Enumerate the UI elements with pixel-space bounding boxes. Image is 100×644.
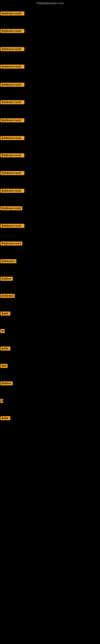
bottleneck-badge-17[interactable]: Bottleneck	[0, 294, 15, 298]
result-row-21[interactable]: Bott	[0, 364, 8, 369]
result-row-11[interactable]: Bottleneck result	[0, 189, 24, 194]
result-row-9[interactable]: Bottleneck result	[0, 153, 24, 158]
site-header: TheBottlenecker.com	[0, 0, 100, 6]
result-row-3[interactable]: Bottleneck result	[0, 47, 24, 52]
bottleneck-badge-13[interactable]: Bottleneck result	[0, 224, 24, 228]
result-row-7[interactable]: Bottleneck result	[0, 118, 24, 123]
result-row-23[interactable]: B	[0, 399, 3, 404]
result-row-2[interactable]: Bottleneck result	[0, 29, 24, 34]
result-row-10[interactable]: Bottleneck result	[0, 171, 24, 176]
bottleneck-badge-2[interactable]: Bottleneck result	[0, 29, 24, 33]
bottleneck-badge-4[interactable]: Bottleneck result	[0, 64, 24, 69]
bottleneck-badge-11[interactable]: Bottleneck result	[0, 189, 24, 193]
result-row-24[interactable]: Bottle	[0, 416, 10, 421]
result-row-4[interactable]: Bottleneck result	[0, 64, 24, 70]
bottleneck-badge-3[interactable]: Bottleneck result	[0, 47, 24, 51]
bottleneck-badge-6[interactable]: Bottleneck result	[0, 100, 24, 104]
bottleneck-badge-18[interactable]: Bottle	[0, 312, 10, 316]
result-row-13[interactable]: Bottleneck result	[0, 224, 24, 228]
result-row-8[interactable]: Bottleneck result	[0, 136, 24, 141]
bottleneck-badge-12[interactable]: Bottleneck result	[0, 206, 22, 210]
result-row-12[interactable]: Bottleneck result	[0, 206, 22, 211]
site-title: TheBottlenecker.com	[0, 0, 100, 6]
bottleneck-badge-15[interactable]: Bottleneck r	[0, 259, 16, 263]
bottleneck-badge-16[interactable]: Bottlene	[0, 277, 13, 281]
bottleneck-badge-23[interactable]: B	[0, 399, 3, 403]
bottleneck-badge-21[interactable]: Bott	[0, 364, 8, 368]
bottleneck-badge-14[interactable]: Bottleneck result	[0, 242, 22, 246]
results-container: Bottleneck resultBottleneck resultBottle…	[0, 6, 100, 644]
result-row-14[interactable]: Bottleneck result	[0, 242, 22, 246]
result-row-18[interactable]: Bottle	[0, 312, 10, 316]
result-row-19[interactable]: Bo	[0, 329, 5, 334]
bottleneck-badge-5[interactable]: Bottleneck result	[0, 83, 24, 87]
result-row-16[interactable]: Bottlene	[0, 277, 13, 282]
bottleneck-badge-24[interactable]: Bottle	[0, 416, 10, 420]
result-row-22[interactable]: Bottlene	[0, 381, 13, 386]
bottleneck-badge-7[interactable]: Bottleneck result	[0, 118, 24, 122]
result-row-1[interactable]: Bottleneck result	[0, 12, 24, 16]
bottleneck-badge-10[interactable]: Bottleneck result	[0, 171, 24, 175]
bottleneck-badge-1[interactable]: Bottleneck result	[0, 12, 24, 16]
bottleneck-badge-9[interactable]: Bottleneck result	[0, 153, 24, 158]
bottleneck-badge-20[interactable]: Bottle	[0, 346, 10, 350]
result-row-17[interactable]: Bottleneck	[0, 294, 15, 299]
bottleneck-badge-8[interactable]: Bottleneck result	[0, 136, 24, 140]
result-row-15[interactable]: Bottleneck r	[0, 259, 16, 264]
bottleneck-badge-19[interactable]: Bo	[0, 329, 5, 333]
result-row-5[interactable]: Bottleneck result	[0, 83, 24, 88]
bottleneck-badge-22[interactable]: Bottlene	[0, 381, 13, 386]
result-row-20[interactable]: Bottle	[0, 346, 10, 352]
result-row-6[interactable]: Bottleneck result	[0, 100, 24, 105]
